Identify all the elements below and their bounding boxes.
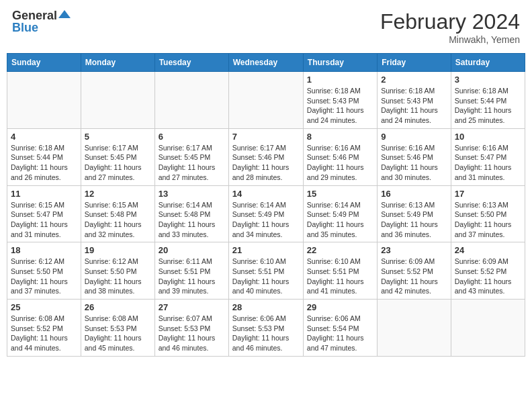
day-number: 29 (307, 302, 373, 312)
day-number: 24 (455, 245, 521, 255)
weekday-header: Wednesday (228, 54, 303, 72)
day-number: 17 (455, 189, 521, 199)
calendar-day-cell: 2Sunrise: 6:18 AMSunset: 5:43 PMDaylight… (378, 72, 451, 129)
calendar-header-row: SundayMondayTuesdayWednesdayThursdayFrid… (7, 54, 525, 72)
calendar-day-cell: 6Sunrise: 6:17 AMSunset: 5:45 PMDaylight… (154, 128, 228, 185)
day-number: 26 (85, 302, 151, 312)
day-info: Sunrise: 6:18 AMSunset: 5:44 PMDaylight:… (11, 143, 77, 183)
day-number: 28 (232, 302, 300, 312)
calendar-day-cell (228, 72, 303, 129)
day-info: Sunrise: 6:11 AMSunset: 5:51 PMDaylight:… (159, 257, 225, 296)
logo: General Blue (12, 9, 71, 35)
day-number: 22 (307, 245, 373, 255)
month-year-title: February 2024 (380, 9, 520, 34)
day-info: Sunrise: 6:17 AMSunset: 5:45 PMDaylight:… (159, 143, 225, 183)
weekday-header: Thursday (303, 54, 377, 72)
calendar-day-cell: 3Sunrise: 6:18 AMSunset: 5:44 PMDaylight… (451, 72, 525, 129)
day-number: 2 (381, 75, 447, 85)
day-number: 27 (159, 302, 225, 312)
calendar-day-cell: 12Sunrise: 6:15 AMSunset: 5:48 PMDayligh… (81, 185, 154, 242)
day-number: 21 (232, 245, 300, 255)
day-number: 4 (11, 132, 77, 142)
calendar-day-cell: 10Sunrise: 6:16 AMSunset: 5:47 PMDayligh… (451, 128, 525, 185)
title-block: February 2024 Minwakh, Yemen (380, 9, 520, 45)
calendar-day-cell (154, 72, 228, 129)
day-info: Sunrise: 6:10 AMSunset: 5:51 PMDaylight:… (232, 257, 300, 296)
day-number: 15 (307, 189, 373, 199)
day-number: 11 (11, 189, 77, 199)
day-info: Sunrise: 6:06 AMSunset: 5:54 PMDaylight:… (307, 314, 373, 353)
day-number: 20 (159, 245, 225, 255)
calendar-day-cell (81, 72, 154, 129)
day-number: 14 (232, 189, 300, 199)
calendar-day-cell: 20Sunrise: 6:11 AMSunset: 5:51 PMDayligh… (154, 242, 228, 300)
day-info: Sunrise: 6:14 AMSunset: 5:48 PMDaylight:… (159, 200, 225, 240)
day-info: Sunrise: 6:14 AMSunset: 5:49 PMDaylight:… (232, 200, 300, 240)
calendar-day-cell: 5Sunrise: 6:17 AMSunset: 5:45 PMDaylight… (81, 128, 154, 185)
day-info: Sunrise: 6:15 AMSunset: 5:47 PMDaylight:… (11, 200, 77, 240)
day-info: Sunrise: 6:14 AMSunset: 5:49 PMDaylight:… (307, 200, 373, 240)
calendar-week-row: 1Sunrise: 6:18 AMSunset: 5:43 PMDaylight… (7, 72, 525, 129)
day-info: Sunrise: 6:09 AMSunset: 5:52 PMDaylight:… (381, 257, 447, 296)
logo-icon (58, 9, 71, 21)
calendar-day-cell (451, 300, 525, 357)
location-subtitle: Minwakh, Yemen (380, 34, 520, 45)
day-info: Sunrise: 6:12 AMSunset: 5:50 PMDaylight:… (11, 257, 77, 296)
day-number: 23 (381, 245, 447, 255)
day-number: 9 (381, 132, 447, 142)
weekday-header: Tuesday (154, 54, 228, 72)
day-info: Sunrise: 6:15 AMSunset: 5:48 PMDaylight:… (85, 200, 151, 240)
calendar-day-cell: 18Sunrise: 6:12 AMSunset: 5:50 PMDayligh… (7, 242, 81, 300)
weekday-header: Friday (378, 54, 451, 72)
day-number: 3 (455, 75, 521, 85)
day-number: 12 (85, 189, 151, 199)
calendar-day-cell: 25Sunrise: 6:08 AMSunset: 5:52 PMDayligh… (7, 300, 81, 357)
calendar-day-cell: 4Sunrise: 6:18 AMSunset: 5:44 PMDaylight… (7, 128, 81, 185)
calendar-table: SundayMondayTuesdayWednesdayThursdayFrid… (7, 53, 525, 357)
calendar-day-cell: 17Sunrise: 6:13 AMSunset: 5:50 PMDayligh… (451, 185, 525, 242)
day-info: Sunrise: 6:17 AMSunset: 5:46 PMDaylight:… (232, 143, 300, 183)
day-number: 6 (159, 132, 225, 142)
weekday-header: Saturday (451, 54, 525, 72)
day-number: 18 (11, 245, 77, 255)
day-info: Sunrise: 6:18 AMSunset: 5:44 PMDaylight:… (455, 86, 521, 126)
calendar-day-cell: 26Sunrise: 6:08 AMSunset: 5:53 PMDayligh… (81, 300, 154, 357)
calendar-day-cell (378, 300, 451, 357)
day-info: Sunrise: 6:08 AMSunset: 5:53 PMDaylight:… (85, 314, 151, 353)
calendar-week-row: 4Sunrise: 6:18 AMSunset: 5:44 PMDaylight… (7, 128, 525, 185)
day-info: Sunrise: 6:18 AMSunset: 5:43 PMDaylight:… (307, 86, 373, 126)
day-info: Sunrise: 6:16 AMSunset: 5:46 PMDaylight:… (381, 143, 447, 183)
weekday-header: Monday (81, 54, 154, 72)
calendar-week-row: 25Sunrise: 6:08 AMSunset: 5:52 PMDayligh… (7, 300, 525, 357)
day-number: 10 (455, 132, 521, 142)
calendar-day-cell: 13Sunrise: 6:14 AMSunset: 5:48 PMDayligh… (154, 185, 228, 242)
day-info: Sunrise: 6:16 AMSunset: 5:47 PMDaylight:… (455, 143, 521, 183)
day-info: Sunrise: 6:13 AMSunset: 5:50 PMDaylight:… (455, 200, 521, 240)
weekday-header: Sunday (7, 54, 81, 72)
day-number: 7 (232, 132, 300, 142)
day-number: 1 (307, 75, 373, 85)
calendar-day-cell: 24Sunrise: 6:09 AMSunset: 5:52 PMDayligh… (451, 242, 525, 300)
calendar-day-cell: 29Sunrise: 6:06 AMSunset: 5:54 PMDayligh… (303, 300, 377, 357)
day-number: 8 (307, 132, 373, 142)
calendar-day-cell: 8Sunrise: 6:16 AMSunset: 5:46 PMDaylight… (303, 128, 377, 185)
day-info: Sunrise: 6:10 AMSunset: 5:51 PMDaylight:… (307, 257, 373, 296)
day-info: Sunrise: 6:07 AMSunset: 5:53 PMDaylight:… (159, 314, 225, 353)
day-number: 19 (85, 245, 151, 255)
calendar-day-cell: 16Sunrise: 6:13 AMSunset: 5:49 PMDayligh… (378, 185, 451, 242)
day-info: Sunrise: 6:12 AMSunset: 5:50 PMDaylight:… (85, 257, 151, 296)
calendar-day-cell: 28Sunrise: 6:06 AMSunset: 5:53 PMDayligh… (228, 300, 303, 357)
calendar-day-cell: 22Sunrise: 6:10 AMSunset: 5:51 PMDayligh… (303, 242, 377, 300)
logo-blue-text: Blue (12, 21, 38, 35)
day-number: 16 (381, 189, 447, 199)
calendar-day-cell: 15Sunrise: 6:14 AMSunset: 5:49 PMDayligh… (303, 185, 377, 242)
calendar-day-cell: 23Sunrise: 6:09 AMSunset: 5:52 PMDayligh… (378, 242, 451, 300)
day-number: 13 (159, 189, 225, 199)
calendar-week-row: 18Sunrise: 6:12 AMSunset: 5:50 PMDayligh… (7, 242, 525, 300)
day-number: 5 (85, 132, 151, 142)
day-info: Sunrise: 6:09 AMSunset: 5:52 PMDaylight:… (455, 257, 521, 296)
svg-marker-0 (58, 10, 71, 18)
calendar-day-cell: 1Sunrise: 6:18 AMSunset: 5:43 PMDaylight… (303, 72, 377, 129)
day-info: Sunrise: 6:13 AMSunset: 5:49 PMDaylight:… (381, 200, 447, 240)
calendar-day-cell: 27Sunrise: 6:07 AMSunset: 5:53 PMDayligh… (154, 300, 228, 357)
